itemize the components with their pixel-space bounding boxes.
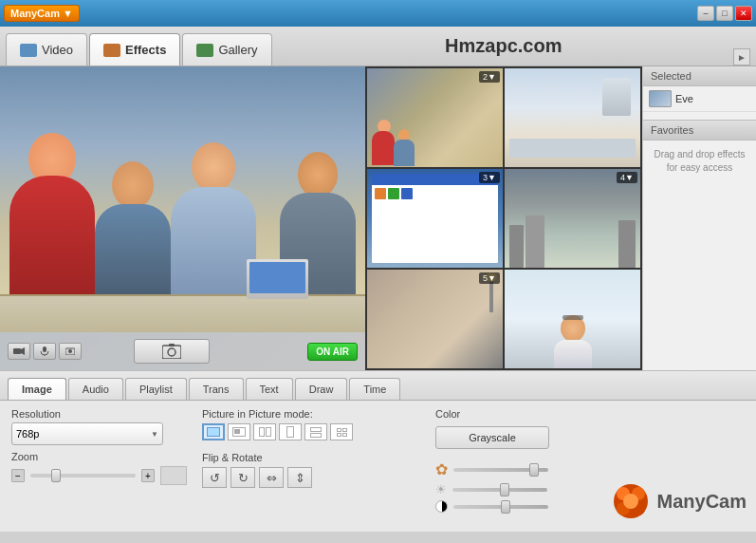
flip-vertical-button[interactable]: ⇕ [287,467,312,488]
contrast-slider[interactable] [453,505,548,509]
brightness-slider[interactable] [452,488,547,492]
person1-body [9,176,95,309]
pip-sidebyside-button[interactable] [253,423,276,440]
thumb1-bg [367,68,503,167]
manycam-brand-text: ManyCam [657,491,747,513]
t1p1 [372,115,396,167]
camera-snapshot-icon[interactable] [59,343,82,360]
t3-icon3 [401,188,413,199]
person3-body [171,187,256,310]
svg-point-5 [68,349,72,353]
pip-label: Picture in Picture mode: [202,408,420,420]
pip-stacked-button[interactable] [304,423,327,440]
favorites-header: Favorites [643,120,756,140]
tab-audio[interactable]: Audio [68,378,123,400]
tab-image[interactable]: Image [8,378,66,400]
video-ctrl-icons [8,343,82,360]
tab-text[interactable]: Text [246,378,293,400]
zoom-plus-button[interactable]: + [141,469,155,482]
pip-tall-button[interactable] [279,423,302,440]
audio-icon[interactable] [33,343,56,360]
tab-trans[interactable]: Trans [189,378,244,400]
pip-quad-frame [337,428,347,437]
title-bar-left: ManyCam ▼ [4,5,80,22]
thumbnail-6[interactable] [505,270,640,368]
zoom-minus-button[interactable]: − [11,469,25,482]
brightness-row: ☀ [435,482,606,496]
grayscale-button[interactable]: Grayscale [435,426,549,449]
selected-item[interactable]: Eve [643,86,756,112]
t2-furniture [602,78,631,116]
pip-quad-tr [342,428,347,432]
tab-playlist[interactable]: Playlist [125,378,187,400]
tab-effects[interactable]: Effects [89,33,180,66]
on-air-badge: ON AIR [307,343,358,361]
thumbnail-4[interactable]: 4▼ [505,169,640,268]
col1: Resolution 768p ▼ Zoom − + [11,408,187,524]
right-panel: Selected Eve Favorites Drag and drop eff… [642,66,756,370]
thumbnail-3[interactable]: 3▼ [367,169,503,268]
tab-draw[interactable]: Draw [295,378,348,400]
thumbnail-5[interactable]: 5▼ [367,270,503,368]
thumb4-badge[interactable]: 4▼ [617,172,637,183]
pip-stack-bottom [310,433,322,438]
thumbnails-grid: 2▼ 3▼ [365,66,642,370]
thumbnail-1[interactable]: 2▼ [367,68,503,167]
flip-counterclockwise-button[interactable]: ↺ [202,467,227,488]
tab-gallery[interactable]: Gallery [182,33,271,66]
flip-horizontal-button[interactable]: ⇔ [259,467,284,488]
zoom-slider-thumb[interactable] [51,469,61,482]
minimize-button[interactable]: – [697,6,714,21]
contrast-icon [435,500,448,513]
table-surface [0,294,365,332]
zoom-value-box [160,466,187,485]
tab-video[interactable]: Video [6,33,87,66]
t1p1-body [372,131,395,165]
contrast-slider-thumb[interactable] [501,500,510,514]
close-button[interactable]: ✕ [735,6,752,21]
brightness-slider-thumb[interactable] [500,483,509,496]
pip-stack-frame [310,427,322,438]
svg-rect-0 [13,348,21,354]
pip-small-button[interactable] [228,423,250,440]
t4-building3 [618,220,636,268]
thumb3-badge[interactable]: 3▼ [479,172,500,183]
arrow-icon: ► [737,52,747,63]
hue-slider[interactable] [453,468,548,472]
gallery-tab-label: Gallery [218,43,257,57]
nav-arrow-button[interactable]: ► [733,48,750,66]
pip-quad-br [342,433,347,437]
manycam-menu-button[interactable]: ManyCam ▼ [4,5,80,22]
resolution-select[interactable]: 768p ▼ [11,422,163,445]
preview-content [0,66,365,332]
t3-screen [372,174,498,263]
flip-icons: ↺ ↻ ⇔ ⇕ [202,467,420,488]
video-cam-icon[interactable] [8,343,30,360]
pip-full-icon [207,427,220,437]
zoom-slider[interactable] [30,474,136,477]
resolution-dropdown-arrow: ▼ [151,430,158,439]
hue-slider-thumb[interactable] [529,463,539,477]
flip-clockwise-button[interactable]: ↻ [230,467,255,488]
pip-icons [202,423,420,440]
t1p2 [394,122,415,167]
t3-icons-row [372,185,498,202]
manycam-logo-text: ManyCam [10,8,60,19]
thumbnail-2[interactable] [505,68,640,167]
laptop-screen [249,262,305,293]
capture-button[interactable] [134,339,210,364]
camera-icon [162,344,181,359]
effects-tab-label: Effects [125,43,166,57]
person3 [171,123,256,304]
pip-quad-button[interactable] [330,423,353,440]
hue-icon: ✿ [435,460,448,478]
t3-icon1 [375,188,386,199]
tab-time[interactable]: Time [349,378,400,400]
pip-full-button[interactable] [202,423,225,440]
manycam-dropdown-arrow: ▼ [63,8,73,19]
maximize-button[interactable]: □ [716,6,733,21]
laptop [247,259,308,299]
pip-sbs-left [259,427,265,437]
thumb1-badge[interactable]: 2▼ [479,71,500,83]
thumb5-badge[interactable]: 5▼ [479,272,500,284]
